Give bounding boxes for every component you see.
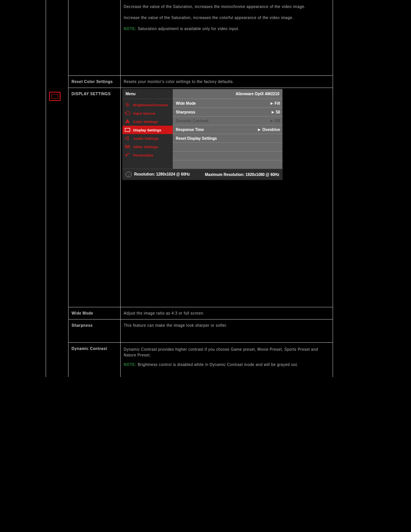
svg-line-8 <box>129 103 129 104</box>
svg-line-5 <box>126 103 126 104</box>
display-settings-icon <box>49 92 61 101</box>
svg-line-7 <box>126 106 126 106</box>
row-display-settings: DISPLAY SETTINGS Menu Brightness/Contras… <box>46 88 333 307</box>
svg-point-11 <box>126 121 127 123</box>
svg-point-0 <box>127 104 128 105</box>
page: Decrease the value of the Saturation, in… <box>0 0 411 532</box>
row-name: Response Time <box>176 128 204 132</box>
saturation-line-2: Increase the value of the Saturation, in… <box>124 15 330 21</box>
svg-point-12 <box>127 121 129 123</box>
osd-brand: Alienware OptX AW2210 <box>173 89 282 99</box>
svg-rect-17 <box>126 145 127 146</box>
desc-dynamic-contrast: Dynamic Contrast provides higher contras… <box>121 343 333 377</box>
row-value: ▶Off <box>271 119 280 123</box>
osd-row-blank: . <box>173 152 282 160</box>
osd-right-panel: Alienware OptX AW2210 Wide Mode ▶Fill Sh… <box>173 89 282 169</box>
osd-item-label: Audio Settings <box>133 136 159 141</box>
osd-item-brightness[interactable]: Brightness/Contrast <box>123 101 173 109</box>
label-col-blank <box>68 0 121 76</box>
osd-row-blank: . <box>173 160 282 169</box>
desc-wide-mode: Adjust the image ratio as 4:3 or full sc… <box>121 307 333 320</box>
row-value: ▶Fill <box>271 101 280 105</box>
osd-item-other[interactable]: Other Settings <box>123 142 173 151</box>
svg-rect-13 <box>125 128 130 132</box>
osd-menu-title: Menu <box>123 89 173 99</box>
svg-rect-19 <box>127 147 127 148</box>
osd-row-dyncontrast: Dynamic Contrast ▶Off <box>173 117 282 125</box>
osd-item-display[interactable]: Display Settings <box>123 126 173 134</box>
chevron-right-icon: ▶ <box>272 110 274 114</box>
saturation-line-1: Decrease the value of the Saturation, in… <box>124 4 330 10</box>
icon-col-blank <box>46 0 68 88</box>
osd-res-left: –Resolution: 1280x1024 @ 60Hz <box>126 172 190 177</box>
row-reset-color: Reset Color Settings Resets your monitor… <box>46 76 333 88</box>
color-icon <box>125 119 130 124</box>
dyn-line-1: Dynamic Contrast provides higher contras… <box>124 347 330 358</box>
osd-res-right: Maximum Resolution: 1920x1080 @ 60Hz <box>205 173 279 177</box>
desc-saturation: Decrease the value of the Saturation, in… <box>121 0 333 76</box>
label-text: Reset Color Settings <box>72 80 113 84</box>
osd-row-sharpness[interactable]: Sharpness ▶50 <box>173 108 282 117</box>
label-text: DISPLAY SETTINGS <box>72 92 111 96</box>
desc-sharpness: This feature can make the image look sha… <box>121 320 333 343</box>
label-reset-color: Reset Color Settings <box>68 76 121 88</box>
label-text: Dynamic Contrast <box>72 347 107 351</box>
chevron-right-icon: ▶ <box>271 119 273 123</box>
osd-item-label: Display Settings <box>133 128 161 132</box>
row-name: Sharpness <box>176 110 195 114</box>
label-text: Sharpness <box>72 323 93 328</box>
osd-top: Menu Brightness/Contrast <box>122 89 283 169</box>
osd-item-label: Input Source <box>133 111 155 115</box>
desc-reset-color: Resets your monitor's color settings to … <box>121 76 333 88</box>
osd-item-color[interactable]: Color Settings <box>123 117 173 126</box>
label-sharpness: Sharpness <box>68 320 121 343</box>
osd-item-audio[interactable]: Audio Settings <box>123 134 173 142</box>
desc-text: Resets your monitor's color settings to … <box>124 80 234 84</box>
svg-point-10 <box>127 120 129 121</box>
icon-col <box>46 88 68 377</box>
osd: Menu Brightness/Contrast <box>122 89 283 180</box>
osd-item-label: Color Settings <box>133 120 158 124</box>
note-text: Brightness control is disabled while in … <box>137 363 298 367</box>
note-prefix: NOTE: <box>124 363 137 367</box>
osd-bottom: –Resolution: 1280x1024 @ 60Hz Maximum Re… <box>122 169 283 180</box>
osd-item-input[interactable]: Input Source <box>123 109 173 117</box>
desc-display-settings: Menu Brightness/Contrast <box>121 88 333 307</box>
svg-rect-18 <box>128 146 129 147</box>
dyn-note: NOTE: Brightness control is disabled whi… <box>124 362 330 367</box>
chevron-right-icon: ▶ <box>271 102 273 105</box>
osd-item-personalize[interactable]: Personalize <box>123 151 173 159</box>
note-text: Saturation adjustment is available only … <box>137 27 239 31</box>
sun-icon <box>125 102 130 107</box>
chevron-right-icon: ▶ <box>258 128 260 131</box>
row-sharpness: Sharpness This feature can make the imag… <box>46 320 333 343</box>
row-value: ▶Overdrive <box>258 128 280 132</box>
sliders-icon <box>125 145 130 149</box>
label-wide-mode: Wide Mode <box>68 307 121 320</box>
desc-text: This feature can make the image look sha… <box>124 323 228 328</box>
osd-item-label: Other Settings <box>133 145 158 149</box>
osd-left-panel: Menu Brightness/Contrast <box>123 89 173 169</box>
row-saturation-cont: Decrease the value of the Saturation, in… <box>46 0 333 76</box>
osd-menu: Brightness/Contrast Input Source <box>123 99 173 162</box>
row-name: Dynamic Contrast <box>176 119 209 123</box>
osd-row-blank: . <box>173 143 282 152</box>
osd-item-label: Brightness/Contrast <box>133 103 168 107</box>
label-dynamic-contrast: Dynamic Contrast <box>68 343 121 377</box>
osd-row-response[interactable]: Response Time ▶Overdrive <box>173 125 282 134</box>
desc-text: Adjust the image ratio as 4:3 or full sc… <box>124 311 204 315</box>
row-value: ▶50 <box>272 110 280 114</box>
content-table: Decrease the value of the Saturation, in… <box>46 0 333 377</box>
row-wide-mode: Wide Mode Adjust the image ratio as 4:3 … <box>46 307 333 320</box>
osd-item-label: Personalize <box>133 153 153 157</box>
row-dynamic-contrast: Dynamic Contrast Dynamic Contrast provid… <box>46 343 333 377</box>
input-icon <box>125 111 130 115</box>
saturation-note: NOTE: Saturation adjustment is available… <box>124 26 330 32</box>
label-display-settings: DISPLAY SETTINGS <box>68 88 121 307</box>
osd-row-reset[interactable]: Reset Display Settings <box>173 134 282 143</box>
speaker-icon <box>125 136 130 141</box>
display-icon <box>125 128 130 132</box>
note-prefix: NOTE: <box>124 27 137 31</box>
row-name: Reset Display Settings <box>176 136 217 141</box>
osd-row-wide[interactable]: Wide Mode ▶Fill <box>173 99 282 108</box>
